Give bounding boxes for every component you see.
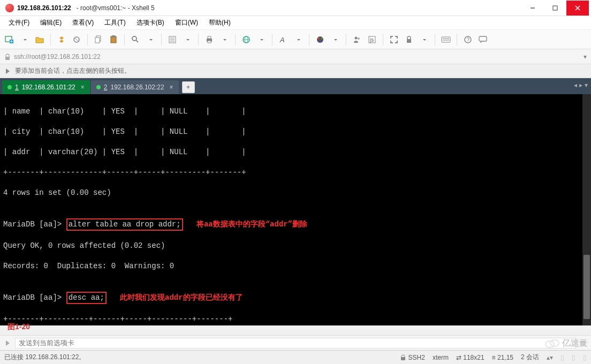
globe-dropdown[interactable] [255, 33, 268, 46]
menu-tools[interactable]: 工具(T) [100, 17, 130, 28]
menubar: 文件(F) 编辑(E) 查看(V) 工具(T) 选项卡(B) 窗口(W) 帮助(… [0, 16, 591, 30]
new-session-dropdown[interactable] [18, 33, 31, 46]
menu-view[interactable]: 查看(V) [68, 17, 98, 28]
title-host: 192.168.26.101:22 [17, 4, 71, 12]
highlighted-command-1: alter table aa drop addr; [66, 218, 183, 231]
reconnect-icon[interactable] [55, 33, 68, 46]
paste-icon[interactable] [107, 33, 120, 46]
annotation-2: 此时我们发现addr的字段已经没有了 [107, 293, 243, 302]
status-sessions: 2 会话 [521, 353, 539, 362]
menu-edit[interactable]: 编辑(E) [36, 17, 66, 28]
address-dropdown-icon[interactable]: ▾ [584, 53, 587, 60]
properties-dropdown[interactable] [181, 33, 194, 46]
search-icon[interactable] [129, 33, 142, 46]
address-text[interactable]: ssh://root@192.168.26.101:22 [14, 53, 580, 60]
help-icon[interactable]: ? [461, 33, 474, 46]
address-bar: ssh://root@192.168.26.101:22 ▾ [0, 49, 591, 64]
status-dot-icon [7, 85, 12, 89]
users-icon[interactable] [351, 33, 363, 46]
lock-dropdown[interactable] [418, 33, 430, 46]
arrow-hint-icon[interactable] [4, 67, 12, 75]
disconnect-icon[interactable] [70, 33, 83, 46]
tab-label: 192.168.26.101:22 [22, 84, 75, 91]
svg-rect-13 [112, 35, 115, 37]
svg-point-31 [355, 36, 358, 39]
svg-point-28 [318, 37, 320, 39]
status-bar: 已连接 192.168.26.101:22。 SSH2 xterm ⇄ 118x… [0, 350, 591, 364]
open-icon[interactable] [33, 33, 46, 46]
lock-toolbar-icon[interactable] [403, 33, 415, 46]
new-session-icon[interactable] [3, 33, 16, 46]
fullscreen-icon[interactable] [388, 33, 400, 46]
svg-rect-1 [553, 6, 557, 10]
menu-help[interactable]: 帮助(H) [204, 17, 235, 28]
svg-text:A: A [279, 36, 285, 44]
svg-point-30 [320, 40, 321, 42]
hint-text: 要添加当前会话，点击左侧的箭头按钮。 [15, 66, 131, 75]
svg-point-14 [132, 36, 137, 41]
color-dropdown[interactable] [329, 33, 342, 46]
hint-bar: 要添加当前会话，点击左侧的箭头按钮。 [0, 64, 591, 78]
script-icon[interactable]: js [366, 33, 378, 46]
status-pos: ≡ 21,15 [492, 354, 513, 361]
globe-icon[interactable] [240, 33, 253, 46]
svg-rect-36 [442, 37, 450, 42]
add-tab-button[interactable]: + [182, 81, 195, 93]
svg-rect-42 [5, 57, 10, 60]
svg-rect-22 [208, 41, 211, 43]
copy-icon[interactable] [92, 33, 105, 46]
send-input[interactable] [15, 338, 576, 348]
svg-rect-35 [407, 39, 411, 43]
search-dropdown[interactable] [144, 33, 157, 46]
cap-indicator: ▯ [560, 354, 564, 361]
terminal-scrollbar[interactable] [582, 94, 591, 325]
svg-rect-11 [95, 37, 100, 43]
titlebar: 192.168.26.101:22 - root@vms001:~ - Xshe… [0, 0, 591, 16]
print-dropdown[interactable] [218, 33, 231, 46]
status-proto: SSH2 [400, 354, 425, 361]
svg-text:js: js [369, 37, 374, 43]
figure-label: 图1-20 [7, 322, 30, 332]
font-dropdown[interactable] [292, 33, 305, 46]
svg-rect-21 [208, 36, 211, 39]
tab-next-icon[interactable]: ▸ [579, 81, 582, 89]
tab-close-icon[interactable]: × [81, 84, 85, 91]
chat-icon[interactable] [476, 33, 489, 46]
highlighted-command-2: desc aa; [66, 292, 107, 304]
annotation-1: 将aa数据表中的字段“addr”删除 [183, 220, 307, 229]
print-icon[interactable] [203, 33, 216, 46]
toolbar: A js ? [0, 30, 591, 49]
tab-close-icon[interactable]: × [170, 84, 173, 91]
svg-point-32 [358, 37, 360, 40]
status-connection: 已连接 192.168.26.101:22。 [4, 353, 85, 362]
menu-window[interactable]: 窗口(W) [171, 17, 202, 28]
session-tab-2[interactable]: 2 192.168.26.102:22 × [91, 80, 179, 94]
svg-text:?: ? [467, 37, 470, 43]
maximize-button[interactable] [544, 1, 566, 16]
svg-line-9 [75, 38, 78, 41]
color-scheme-icon[interactable] [314, 33, 327, 46]
session-tab-1[interactable]: 1 192.168.26.101:22 × [2, 80, 90, 94]
properties-icon[interactable] [166, 33, 179, 46]
close-button[interactable] [566, 1, 589, 16]
menu-file[interactable]: 文件(F) [4, 17, 34, 28]
terminal[interactable]: | name | char(10) | YES | | NULL | | | c… [0, 94, 591, 325]
session-tab-bar: 1 192.168.26.101:22 × 2 192.168.26.102:2… [0, 78, 591, 94]
svg-point-29 [321, 37, 323, 39]
svg-point-48 [550, 340, 559, 346]
status-size: ⇄ 118x21 [456, 354, 484, 361]
tab-prev-icon[interactable]: ◂ [574, 81, 577, 89]
scrollbar-thumb[interactable] [584, 255, 590, 319]
status-dot-icon [96, 85, 101, 89]
menu-tab[interactable]: 选项卡(B) [132, 17, 169, 28]
tab-menu-icon[interactable]: ▾ [585, 81, 588, 89]
status-updown-icon[interactable]: ▴▾ [547, 354, 553, 361]
keyboard-icon[interactable] [440, 33, 452, 46]
status-term: xterm [433, 354, 449, 361]
minimize-button[interactable] [521, 1, 544, 16]
send-arrow-icon[interactable] [4, 339, 12, 347]
app-icon [5, 4, 14, 12]
tab-label: 192.168.26.102:22 [111, 84, 164, 91]
font-icon[interactable]: A [277, 33, 290, 46]
svg-rect-46 [401, 357, 405, 360]
